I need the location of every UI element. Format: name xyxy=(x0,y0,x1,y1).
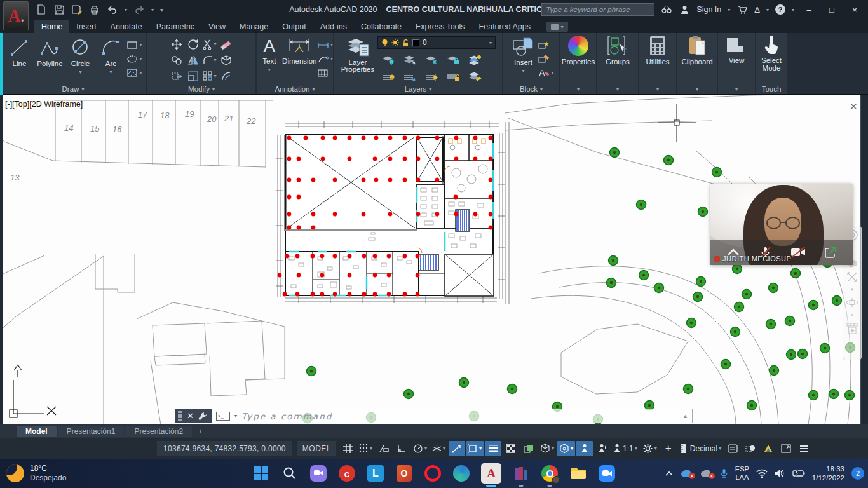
insert-button[interactable]: Insert ▾ xyxy=(508,34,538,75)
tab-home[interactable]: Home xyxy=(34,20,69,33)
layer-match-icon[interactable] xyxy=(464,51,485,68)
tab-model[interactable]: Model xyxy=(17,426,57,437)
circle-dropdown-icon[interactable]: ▾ xyxy=(79,69,81,76)
ellipse-icon[interactable] xyxy=(126,53,138,64)
layer-unlock2-icon[interactable] xyxy=(442,68,464,85)
quick-properties-toggle[interactable] xyxy=(724,441,741,456)
autocad-taskbar-icon[interactable]: A xyxy=(481,463,501,484)
zoom-icon[interactable] xyxy=(598,464,616,482)
ortho-toggle[interactable] xyxy=(393,441,410,456)
command-close-icon[interactable]: ✕ xyxy=(187,411,194,421)
edit-block-icon[interactable] xyxy=(538,53,550,64)
scale-icon[interactable] xyxy=(185,68,201,84)
microphone-tray-icon[interactable] xyxy=(720,468,728,479)
open-external-icon[interactable] xyxy=(824,246,837,259)
sign-in-dropdown-icon[interactable]: ▾ xyxy=(728,7,730,13)
viewport-controls-label[interactable]: [-][Top][2D Wireframe] xyxy=(5,100,83,109)
panel-utilities[interactable]: Utilities ▾ xyxy=(639,33,676,94)
tab-presentacion1[interactable]: Presentación1 xyxy=(58,426,125,437)
command-wrench-icon[interactable] xyxy=(198,412,207,421)
dynamic-ucs-toggle[interactable]: ▾ xyxy=(557,441,575,456)
ribbon-display-toggle[interactable]: ▾ xyxy=(546,22,568,32)
drawing-viewport[interactable]: 13141516171819202122 xyxy=(0,95,868,424)
volume-icon[interactable] xyxy=(775,469,785,478)
clean-screen-toggle[interactable] xyxy=(778,441,794,456)
autocad-app-button[interactable]: A▾ xyxy=(3,1,29,30)
explode-icon[interactable] xyxy=(218,52,234,68)
minimize-button[interactable]: – xyxy=(801,3,817,17)
command-grip[interactable]: ✕ xyxy=(175,409,212,423)
save-as-icon[interactable] xyxy=(71,4,83,15)
autoscale-toggle[interactable] xyxy=(594,441,611,456)
tab-express-tools[interactable]: Express Tools xyxy=(409,20,472,33)
object-snap-toggle[interactable]: ▾ xyxy=(466,441,484,456)
layer-dropdown-arrow-icon[interactable]: ▾ xyxy=(489,40,492,46)
weather-widget[interactable]: 18°C Despejado xyxy=(6,459,66,488)
circle-button[interactable]: Circle ▾ xyxy=(65,34,95,76)
wifi-icon[interactable] xyxy=(756,469,768,478)
clock[interactable]: 18:33 1/12/2022 xyxy=(812,464,844,482)
text-dropdown-icon[interactable]: ▾ xyxy=(268,66,271,74)
tab-output[interactable]: Output xyxy=(275,20,313,33)
redo-icon[interactable] xyxy=(133,4,145,15)
selection-cycling-toggle[interactable] xyxy=(520,441,537,456)
model-space-button[interactable]: MODEL xyxy=(297,441,336,456)
properties-panel-expand[interactable]: ▾ xyxy=(560,84,596,94)
tab-manage[interactable]: Manage xyxy=(233,20,275,33)
file-explorer-icon[interactable] xyxy=(569,464,587,482)
line-button[interactable]: Line xyxy=(4,34,34,67)
erase-icon[interactable] xyxy=(218,36,234,52)
dimension-button[interactable]: Dimension xyxy=(282,34,317,65)
layer-off-icon[interactable] xyxy=(377,68,399,85)
layer-properties-button[interactable]: Layer Properties xyxy=(338,34,377,73)
hatch-icon[interactable] xyxy=(126,67,138,78)
layer-thaw-icon[interactable] xyxy=(421,68,442,85)
sign-in-label[interactable]: Sign In xyxy=(696,5,721,14)
tab-featured-apps[interactable]: Featured Apps xyxy=(472,20,538,33)
isometric-drafting-toggle[interactable]: ▾ xyxy=(430,441,447,456)
view-panel-expand[interactable]: ▾ xyxy=(718,84,755,94)
qat-customize-icon[interactable]: ▾ xyxy=(160,6,163,13)
panel-groups[interactable]: Groups ▾ xyxy=(597,33,638,94)
close-button[interactable]: × xyxy=(846,3,863,17)
create-block-icon[interactable] xyxy=(538,39,550,50)
layer-lock-icon[interactable] xyxy=(442,51,464,68)
leader-icon[interactable] xyxy=(317,53,329,64)
ellipse-dropdown-icon[interactable]: ▾ xyxy=(139,56,142,62)
layer-merge-icon[interactable] xyxy=(464,68,485,85)
language-indicator[interactable]: ESP LAA xyxy=(735,465,749,482)
command-input[interactable]: >_ ▾ Type a command ▲ xyxy=(212,409,693,423)
copy-icon[interactable] xyxy=(168,52,185,68)
tab-annotate[interactable]: Annotate xyxy=(104,20,149,33)
tab-insert[interactable]: Insert xyxy=(69,20,103,33)
search-history-icon[interactable]: ▸ xyxy=(532,6,535,13)
ccleaner-icon[interactable]: c xyxy=(338,464,356,482)
undo-dropdown-icon[interactable]: ▾ xyxy=(125,7,127,13)
layer-dropdown[interactable]: 0 ▾ xyxy=(377,36,496,49)
lineweight-toggle[interactable] xyxy=(485,441,501,456)
fillet-dropdown-icon[interactable]: ▾ xyxy=(214,57,216,63)
grid-toggle[interactable] xyxy=(339,441,356,456)
annotation-scale-control[interactable]: 1:1▾ xyxy=(612,441,639,456)
offset-icon[interactable] xyxy=(218,68,234,84)
panel-clipboard[interactable]: Clipboard ▾ xyxy=(677,33,717,94)
tray-chevron-icon[interactable] xyxy=(665,471,674,477)
battery-icon[interactable] xyxy=(792,470,805,477)
panel-view[interactable]: View ▾ xyxy=(718,33,755,94)
layer-isolate-icon[interactable] xyxy=(377,51,399,68)
tab-addins[interactable]: Add-ins xyxy=(313,20,354,33)
teams-chat-icon[interactable] xyxy=(309,464,327,482)
customization-menu[interactable] xyxy=(796,441,812,456)
fillet-icon[interactable]: ▾ xyxy=(201,52,218,68)
array-dropdown-icon[interactable]: ▾ xyxy=(214,73,216,79)
plot-icon[interactable] xyxy=(89,4,100,15)
camera-muted-icon[interactable] xyxy=(790,247,806,258)
layer-freeze-icon[interactable] xyxy=(421,51,442,68)
object-snap-tracking-toggle[interactable] xyxy=(449,441,465,456)
layer-current-icon[interactable] xyxy=(399,68,421,85)
draw-panel-label[interactable]: Draw▾ xyxy=(0,84,146,94)
text-button[interactable]: A Text ▾ xyxy=(257,34,282,74)
notification-badge[interactable]: 2 xyxy=(851,467,864,480)
leader-dropdown-icon[interactable]: ▾ xyxy=(330,56,333,62)
start-button[interactable] xyxy=(252,464,270,482)
